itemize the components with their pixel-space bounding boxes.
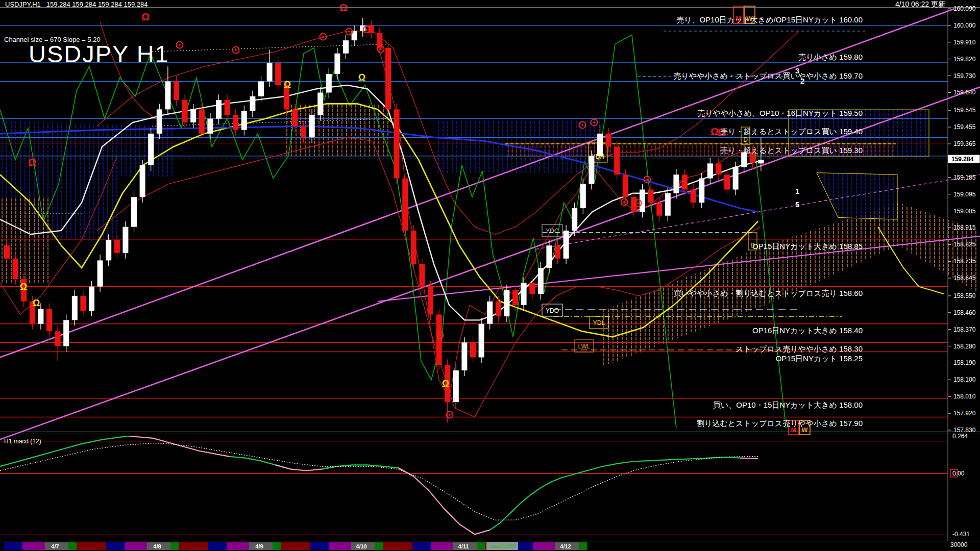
price-tick-label: 158.460 (953, 309, 976, 316)
ribbon-segment (412, 542, 431, 550)
price-tick-label: 160.000 (953, 22, 976, 29)
candle (55, 331, 61, 346)
ribbon-segment (281, 542, 310, 550)
candle (4, 245, 10, 259)
price-tick-label: 157.920 (953, 410, 976, 417)
price-tick-label: 158.825 (953, 241, 976, 248)
volume-scale-label: 30000 (950, 541, 967, 548)
candle (199, 109, 205, 134)
price-annotation[interactable]: OP16日NYカット大きめ 158.40 (752, 326, 863, 335)
candle (733, 167, 739, 190)
price-annotation[interactable]: 買いやや小さめ・割り込むとストップロス売り 158.60 (674, 289, 863, 297)
price-annotation[interactable]: 売り・超えるとストップロス買い 159.30 (720, 146, 863, 155)
price-annotation[interactable]: 売りやや小さめ・ストップロス買いやや小さめ 159.70 (673, 71, 863, 80)
macd-tick-zero: 0.00 (952, 470, 965, 477)
macd-on-badge: macd ON! (486, 542, 518, 550)
candle (623, 174, 628, 197)
candle (453, 370, 459, 402)
price-annotation[interactable]: 買い、OP10・15日NYカット大きめ 158.00 (713, 400, 863, 409)
macd-tick-bottom: -0.431 (952, 531, 970, 538)
macd-signal-line (0, 443, 758, 520)
price-annotation[interactable]: OP15日NYカット大きめ 158.85 (752, 242, 863, 251)
price-annotation[interactable]: 売りやや小さめ、OP10・16日NYカット 159.50 (697, 109, 863, 117)
candle (122, 227, 128, 253)
ribbon-segment (533, 542, 555, 550)
ribbon-segment (273, 542, 281, 550)
price-annotation[interactable]: 売り、OP10日カット大きめ/OP15日NYカット 160.00 (676, 15, 863, 24)
candle (174, 82, 179, 101)
candle (470, 342, 476, 357)
ribbon-segment (22, 542, 45, 550)
svg-text:159.284: 159.284 (951, 156, 974, 163)
candle (267, 63, 273, 82)
yellow-omega-marker: Ω (284, 80, 291, 90)
ribbon-segment (77, 542, 106, 550)
yellow-omega-marker: Ω (33, 298, 40, 308)
candle (13, 259, 18, 279)
candle (250, 96, 255, 111)
date-label[interactable]: 4/11 (458, 543, 469, 549)
candle (631, 197, 636, 212)
date-label[interactable]: 4/9 (255, 543, 263, 549)
svg-text:D: D (743, 136, 748, 143)
price-annotation[interactable]: ストップロス売りやや小さめ 158.30 (736, 344, 863, 353)
ribbon-segment (310, 542, 329, 550)
date-label[interactable]: 4/12 (560, 543, 571, 549)
macd-main-line (490, 457, 740, 530)
candle (63, 320, 69, 346)
lwl-label: LWL (578, 343, 591, 350)
price-tick-label: 158.645 (953, 274, 976, 282)
price-axis: 160.090160.000159.910159.820159.730159.6… (948, 5, 980, 434)
count-label-1: 1 (795, 187, 799, 195)
ribbon-segment (431, 542, 453, 550)
macd-pane: 0.2640.00-0.431 (0, 433, 970, 538)
candle (106, 240, 111, 260)
price-tick-label: 159.005 (953, 208, 976, 215)
ydl-label: YDL (593, 319, 605, 327)
price-tick-label: 159.365 (953, 140, 976, 147)
candle (182, 100, 188, 122)
price-annotation[interactable]: 割り込むとストップロス売りやや小さめ 157.90 (697, 419, 863, 428)
candle (46, 309, 52, 331)
ribbon-segment (227, 542, 249, 550)
candle (309, 115, 315, 137)
price-tick-label: 159.095 (953, 191, 976, 198)
candle (131, 197, 137, 227)
price-annotation[interactable]: OP15日NYカット 158.25 (776, 354, 863, 363)
candle (241, 111, 247, 130)
price-tick-label: 159.640 (953, 89, 976, 96)
candle (512, 290, 518, 305)
price-chart-canvas[interactable]: YDHYDCYDOYDLLWLΩΩΩΩΩΩΩΩΩ3215MWMWDD売り、OP1… (0, 0, 980, 551)
macd-main-line (740, 458, 758, 459)
date-label[interactable]: 4/8 (153, 543, 161, 549)
candle (564, 231, 569, 259)
candle (148, 134, 154, 165)
price-tick-label: 159.820 (953, 56, 976, 63)
ydc-label: YDC (546, 228, 559, 235)
date-label[interactable]: 4/7 (51, 543, 59, 549)
price-annotation[interactable]: 売り・超えるとストップロス買い 159.40 (720, 127, 863, 136)
red-omega-marker: Ω (710, 126, 719, 137)
date-label[interactable]: 4/10 (356, 543, 366, 549)
candle (225, 100, 230, 115)
candle (716, 163, 721, 174)
candle (233, 115, 238, 130)
candle (614, 146, 620, 174)
yellow-omega-marker: Ω (20, 282, 27, 292)
candle (529, 283, 535, 294)
top-right-blue-kumo (817, 173, 897, 219)
price-tick-label: 159.545 (953, 107, 976, 114)
price-annotation[interactable]: 売り小さめ 159.80 (798, 53, 863, 61)
ribbon-segment (4, 542, 22, 550)
price-tick-label: 159.910 (953, 39, 976, 46)
candle (496, 302, 501, 316)
candle (707, 163, 713, 178)
candle (673, 174, 679, 193)
price-tick-label: 159.455 (953, 123, 976, 131)
ribbon-segment (579, 542, 587, 550)
candle (301, 126, 306, 137)
candle (538, 268, 544, 294)
yellow-omega-marker: Ω (358, 72, 365, 83)
candle (691, 190, 696, 203)
candle (334, 54, 340, 74)
